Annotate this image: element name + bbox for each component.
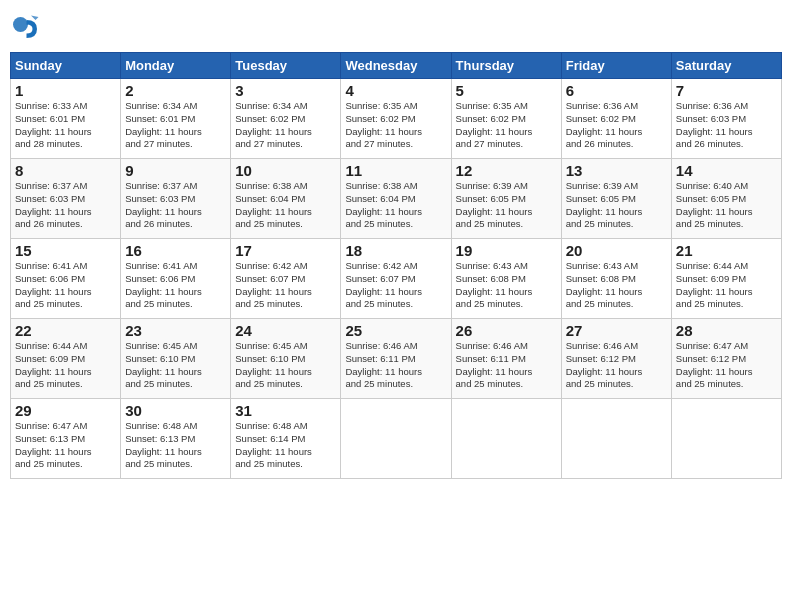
calendar-week-1: 1Sunrise: 6:33 AM Sunset: 6:01 PM Daylig… [11,79,782,159]
day-number: 6 [566,82,667,99]
day-number: 26 [456,322,557,339]
calendar-day: 26Sunrise: 6:46 AM Sunset: 6:11 PM Dayli… [451,319,561,399]
day-info: Sunrise: 6:41 AM Sunset: 6:06 PM Dayligh… [125,260,226,311]
day-info: Sunrise: 6:45 AM Sunset: 6:10 PM Dayligh… [235,340,336,391]
calendar-day: 31Sunrise: 6:48 AM Sunset: 6:14 PM Dayli… [231,399,341,479]
calendar-day: 11Sunrise: 6:38 AM Sunset: 6:04 PM Dayli… [341,159,451,239]
day-info: Sunrise: 6:43 AM Sunset: 6:08 PM Dayligh… [456,260,557,311]
weekday-header-thursday: Thursday [451,53,561,79]
day-number: 23 [125,322,226,339]
day-info: Sunrise: 6:46 AM Sunset: 6:11 PM Dayligh… [345,340,446,391]
calendar-week-3: 15Sunrise: 6:41 AM Sunset: 6:06 PM Dayli… [11,239,782,319]
calendar-day [561,399,671,479]
day-number: 18 [345,242,446,259]
day-info: Sunrise: 6:38 AM Sunset: 6:04 PM Dayligh… [235,180,336,231]
calendar-day: 8Sunrise: 6:37 AM Sunset: 6:03 PM Daylig… [11,159,121,239]
calendar-table: SundayMondayTuesdayWednesdayThursdayFrid… [10,52,782,479]
calendar-day: 27Sunrise: 6:46 AM Sunset: 6:12 PM Dayli… [561,319,671,399]
calendar-day: 21Sunrise: 6:44 AM Sunset: 6:09 PM Dayli… [671,239,781,319]
day-number: 15 [15,242,116,259]
calendar-day: 2Sunrise: 6:34 AM Sunset: 6:01 PM Daylig… [121,79,231,159]
calendar-week-2: 8Sunrise: 6:37 AM Sunset: 6:03 PM Daylig… [11,159,782,239]
calendar-day: 6Sunrise: 6:36 AM Sunset: 6:02 PM Daylig… [561,79,671,159]
day-number: 2 [125,82,226,99]
day-info: Sunrise: 6:34 AM Sunset: 6:02 PM Dayligh… [235,100,336,151]
day-info: Sunrise: 6:34 AM Sunset: 6:01 PM Dayligh… [125,100,226,151]
day-number: 28 [676,322,777,339]
day-number: 25 [345,322,446,339]
day-number: 14 [676,162,777,179]
calendar-day: 28Sunrise: 6:47 AM Sunset: 6:12 PM Dayli… [671,319,781,399]
day-info: Sunrise: 6:38 AM Sunset: 6:04 PM Dayligh… [345,180,446,231]
day-info: Sunrise: 6:46 AM Sunset: 6:12 PM Dayligh… [566,340,667,391]
day-number: 12 [456,162,557,179]
weekday-header-friday: Friday [561,53,671,79]
day-info: Sunrise: 6:35 AM Sunset: 6:02 PM Dayligh… [456,100,557,151]
calendar-day: 22Sunrise: 6:44 AM Sunset: 6:09 PM Dayli… [11,319,121,399]
day-info: Sunrise: 6:43 AM Sunset: 6:08 PM Dayligh… [566,260,667,311]
day-info: Sunrise: 6:40 AM Sunset: 6:05 PM Dayligh… [676,180,777,231]
calendar-day: 13Sunrise: 6:39 AM Sunset: 6:05 PM Dayli… [561,159,671,239]
weekday-header-tuesday: Tuesday [231,53,341,79]
day-info: Sunrise: 6:48 AM Sunset: 6:13 PM Dayligh… [125,420,226,471]
calendar-day: 23Sunrise: 6:45 AM Sunset: 6:10 PM Dayli… [121,319,231,399]
day-number: 21 [676,242,777,259]
day-number: 27 [566,322,667,339]
day-info: Sunrise: 6:39 AM Sunset: 6:05 PM Dayligh… [566,180,667,231]
day-info: Sunrise: 6:36 AM Sunset: 6:02 PM Dayligh… [566,100,667,151]
day-info: Sunrise: 6:42 AM Sunset: 6:07 PM Dayligh… [345,260,446,311]
day-info: Sunrise: 6:44 AM Sunset: 6:09 PM Dayligh… [676,260,777,311]
weekday-header-sunday: Sunday [11,53,121,79]
calendar-day: 5Sunrise: 6:35 AM Sunset: 6:02 PM Daylig… [451,79,561,159]
day-info: Sunrise: 6:39 AM Sunset: 6:05 PM Dayligh… [456,180,557,231]
calendar-day: 29Sunrise: 6:47 AM Sunset: 6:13 PM Dayli… [11,399,121,479]
day-number: 30 [125,402,226,419]
day-info: Sunrise: 6:45 AM Sunset: 6:10 PM Dayligh… [125,340,226,391]
day-number: 24 [235,322,336,339]
day-number: 22 [15,322,116,339]
calendar-day: 3Sunrise: 6:34 AM Sunset: 6:02 PM Daylig… [231,79,341,159]
calendar-week-5: 29Sunrise: 6:47 AM Sunset: 6:13 PM Dayli… [11,399,782,479]
day-number: 11 [345,162,446,179]
calendar-day: 10Sunrise: 6:38 AM Sunset: 6:04 PM Dayli… [231,159,341,239]
calendar-day: 16Sunrise: 6:41 AM Sunset: 6:06 PM Dayli… [121,239,231,319]
day-number: 8 [15,162,116,179]
day-number: 1 [15,82,116,99]
calendar-day: 30Sunrise: 6:48 AM Sunset: 6:13 PM Dayli… [121,399,231,479]
svg-point-0 [13,17,28,32]
day-info: Sunrise: 6:33 AM Sunset: 6:01 PM Dayligh… [15,100,116,151]
calendar-day: 17Sunrise: 6:42 AM Sunset: 6:07 PM Dayli… [231,239,341,319]
logo [10,14,42,44]
calendar-day: 7Sunrise: 6:36 AM Sunset: 6:03 PM Daylig… [671,79,781,159]
calendar-day: 18Sunrise: 6:42 AM Sunset: 6:07 PM Dayli… [341,239,451,319]
page-header [10,10,782,44]
day-number: 29 [15,402,116,419]
day-number: 10 [235,162,336,179]
calendar-day: 4Sunrise: 6:35 AM Sunset: 6:02 PM Daylig… [341,79,451,159]
day-info: Sunrise: 6:42 AM Sunset: 6:07 PM Dayligh… [235,260,336,311]
calendar-day [341,399,451,479]
day-number: 31 [235,402,336,419]
calendar-day: 20Sunrise: 6:43 AM Sunset: 6:08 PM Dayli… [561,239,671,319]
day-number: 7 [676,82,777,99]
weekday-header-wednesday: Wednesday [341,53,451,79]
calendar-day [451,399,561,479]
day-number: 5 [456,82,557,99]
day-info: Sunrise: 6:37 AM Sunset: 6:03 PM Dayligh… [125,180,226,231]
weekday-header-saturday: Saturday [671,53,781,79]
day-info: Sunrise: 6:35 AM Sunset: 6:02 PM Dayligh… [345,100,446,151]
calendar-day: 24Sunrise: 6:45 AM Sunset: 6:10 PM Dayli… [231,319,341,399]
day-number: 13 [566,162,667,179]
day-info: Sunrise: 6:48 AM Sunset: 6:14 PM Dayligh… [235,420,336,471]
calendar-day: 14Sunrise: 6:40 AM Sunset: 6:05 PM Dayli… [671,159,781,239]
weekday-header-monday: Monday [121,53,231,79]
day-number: 4 [345,82,446,99]
day-info: Sunrise: 6:41 AM Sunset: 6:06 PM Dayligh… [15,260,116,311]
calendar-day: 25Sunrise: 6:46 AM Sunset: 6:11 PM Dayli… [341,319,451,399]
day-info: Sunrise: 6:47 AM Sunset: 6:12 PM Dayligh… [676,340,777,391]
day-info: Sunrise: 6:46 AM Sunset: 6:11 PM Dayligh… [456,340,557,391]
calendar-day [671,399,781,479]
calendar-day: 1Sunrise: 6:33 AM Sunset: 6:01 PM Daylig… [11,79,121,159]
calendar-week-4: 22Sunrise: 6:44 AM Sunset: 6:09 PM Dayli… [11,319,782,399]
day-number: 17 [235,242,336,259]
